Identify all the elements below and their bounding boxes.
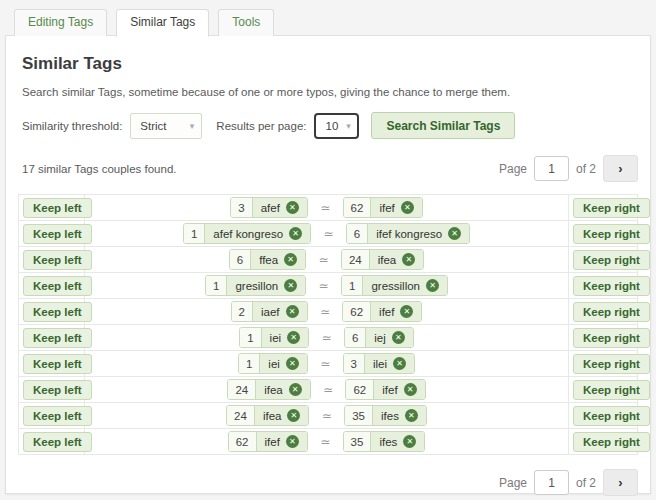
left-tag-name: afef kongreso bbox=[213, 228, 283, 240]
keep-left-button[interactable]: Keep left bbox=[23, 276, 92, 296]
remove-tag-icon[interactable]: ✕ bbox=[287, 331, 300, 344]
remove-tag-icon[interactable]: ✕ bbox=[286, 201, 299, 214]
left-tag-count: 1 bbox=[184, 224, 205, 243]
approx-equal-symbol: ≃ bbox=[323, 227, 333, 241]
keep-right-button[interactable]: Keep right bbox=[573, 406, 650, 426]
keep-left-button[interactable]: Keep left bbox=[23, 354, 92, 374]
left-tag-count: 2 bbox=[232, 302, 253, 321]
remove-tag-icon[interactable]: ✕ bbox=[426, 279, 439, 292]
left-tag-badge: 24 ifea ✕ bbox=[227, 379, 310, 400]
chevron-down-icon: ▾ bbox=[190, 121, 195, 131]
right-tag-badge: 1 gressillon ✕ bbox=[341, 275, 448, 296]
page-total-label: of 2 bbox=[576, 476, 596, 490]
summary-row: 17 similar Tags couples found. Page of 2… bbox=[22, 155, 638, 182]
tab-similar-tags[interactable]: Similar Tags bbox=[116, 9, 209, 37]
remove-tag-icon[interactable]: ✕ bbox=[402, 253, 415, 266]
page-label: Page bbox=[499, 162, 527, 176]
left-tag-badge: 1 afef kongreso ✕ bbox=[183, 223, 311, 244]
next-page-button[interactable]: › bbox=[603, 155, 638, 182]
results-count-text: 17 similar Tags couples found. bbox=[22, 163, 177, 175]
left-tag-name: ifea bbox=[264, 384, 283, 396]
remove-tag-icon[interactable]: ✕ bbox=[401, 201, 414, 214]
tab-editing-tags[interactable]: Editing Tags bbox=[14, 9, 107, 36]
right-tag-name: ifef bbox=[382, 384, 397, 396]
results-per-page-value: 10 bbox=[325, 120, 338, 132]
keep-left-button[interactable]: Keep left bbox=[23, 198, 92, 218]
remove-tag-icon[interactable]: ✕ bbox=[448, 227, 461, 240]
table-row: Keep left 1 gresillon ✕ ≃ 1 gressillon ✕ bbox=[19, 273, 638, 299]
keep-right-button[interactable]: Keep right bbox=[573, 276, 650, 296]
table-row: Keep left 24 ifea ✕ ≃ 62 ifef ✕ bbox=[19, 377, 638, 403]
remove-tag-icon[interactable]: ✕ bbox=[405, 409, 418, 422]
keep-right-button[interactable]: Keep right bbox=[573, 302, 650, 322]
pagination-top: Page of 2 › bbox=[499, 155, 638, 182]
remove-tag-icon[interactable]: ✕ bbox=[287, 409, 300, 422]
remove-tag-icon[interactable]: ✕ bbox=[403, 435, 416, 448]
next-page-button[interactable]: › bbox=[603, 469, 638, 496]
left-tag-badge: 1 gresillon ✕ bbox=[205, 275, 306, 296]
keep-left-button[interactable]: Keep left bbox=[23, 380, 92, 400]
approx-equal-symbol: ≃ bbox=[320, 305, 330, 319]
table-row: Keep left 1 iei ✕ ≃ 3 ilei ✕ bbox=[19, 351, 638, 377]
similar-tags-table: Keep left 3 afef ✕ ≃ 62 ifef ✕ bbox=[18, 194, 638, 455]
keep-right-button[interactable]: Keep right bbox=[573, 250, 650, 270]
table-row: Keep left 1 iei ✕ ≃ 6 iej ✕ bbox=[19, 325, 638, 351]
search-similar-tags-button[interactable]: Search Similar Tags bbox=[371, 112, 515, 139]
keep-right-button[interactable]: Keep right bbox=[573, 354, 650, 374]
left-tag-count: 1 bbox=[206, 276, 227, 295]
keep-left-button[interactable]: Keep left bbox=[23, 224, 92, 244]
results-per-page-select[interactable]: 10 ▾ bbox=[314, 113, 359, 139]
right-tag-badge: 24 ifea ✕ bbox=[341, 249, 424, 270]
remove-tag-icon[interactable]: ✕ bbox=[284, 253, 297, 266]
remove-tag-icon[interactable]: ✕ bbox=[286, 305, 299, 318]
tab-tools[interactable]: Tools bbox=[218, 9, 274, 36]
right-tag-count: 6 bbox=[345, 328, 366, 347]
remove-tag-icon[interactable]: ✕ bbox=[404, 383, 417, 396]
results-per-page-label: Results per page: bbox=[216, 120, 306, 132]
right-tag-name: ilei bbox=[373, 358, 387, 370]
remove-tag-icon[interactable]: ✕ bbox=[393, 357, 406, 370]
left-tag-name: ifea bbox=[263, 410, 282, 422]
search-form: Similarity threshold: Strict ▾ Results p… bbox=[22, 112, 638, 139]
keep-right-button[interactable]: Keep right bbox=[573, 328, 650, 348]
keep-right-button[interactable]: Keep right bbox=[573, 380, 650, 400]
remove-tag-icon[interactable]: ✕ bbox=[392, 331, 405, 344]
keep-left-button[interactable]: Keep left bbox=[23, 302, 92, 322]
remove-tag-icon[interactable]: ✕ bbox=[284, 279, 297, 292]
left-tag-badge: 24 ifea ✕ bbox=[226, 405, 309, 426]
keep-left-button[interactable]: Keep left bbox=[23, 432, 92, 452]
page-label: Page bbox=[499, 476, 527, 490]
right-tag-count: 6 bbox=[347, 224, 368, 243]
right-tag-badge: 3 ilei ✕ bbox=[343, 353, 415, 374]
page-number-input[interactable] bbox=[534, 156, 569, 181]
keep-right-button[interactable]: Keep right bbox=[573, 224, 650, 244]
keep-left-button[interactable]: Keep left bbox=[23, 406, 92, 426]
right-tag-name: ifef bbox=[379, 306, 394, 318]
remove-tag-icon[interactable]: ✕ bbox=[286, 357, 299, 370]
remove-tag-icon[interactable]: ✕ bbox=[289, 227, 302, 240]
right-tag-badge: 35 ifes ✕ bbox=[343, 431, 426, 452]
similarity-threshold-label: Similarity threshold: bbox=[22, 120, 122, 132]
keep-left-button[interactable]: Keep left bbox=[23, 328, 92, 348]
remove-tag-icon[interactable]: ✕ bbox=[400, 305, 413, 318]
right-tag-name: ifea bbox=[378, 254, 397, 266]
approx-equal-symbol: ≃ bbox=[320, 357, 330, 371]
page-description: Search similar Tags, sometime because of… bbox=[22, 86, 638, 98]
table-row: Keep left 6 ffea ✕ ≃ 24 ifea ✕ bbox=[19, 247, 638, 273]
page-number-input[interactable] bbox=[534, 470, 569, 495]
similarity-threshold-select[interactable]: Strict ▾ bbox=[130, 113, 202, 139]
chevron-down-icon: ▾ bbox=[346, 121, 351, 131]
left-tag-count: 1 bbox=[239, 354, 260, 373]
left-tag-badge: 1 iei ✕ bbox=[238, 353, 308, 374]
pagination-bottom-wrap: Page of 2 › bbox=[18, 469, 638, 496]
remove-tag-icon[interactable]: ✕ bbox=[289, 383, 302, 396]
similar-tags-rows: Keep left 3 afef ✕ ≃ 62 ifef ✕ bbox=[19, 195, 638, 455]
remove-tag-icon[interactable]: ✕ bbox=[286, 435, 299, 448]
keep-right-button[interactable]: Keep right bbox=[573, 432, 650, 452]
left-tag-name: gresillon bbox=[235, 280, 278, 292]
keep-left-button[interactable]: Keep left bbox=[23, 250, 92, 270]
right-tag-badge: 6 iej ✕ bbox=[344, 327, 414, 348]
table-row: Keep left 62 ifef ✕ ≃ 35 ifes ✕ bbox=[19, 429, 638, 455]
page-title: Similar Tags bbox=[22, 54, 638, 74]
keep-right-button[interactable]: Keep right bbox=[573, 198, 650, 218]
